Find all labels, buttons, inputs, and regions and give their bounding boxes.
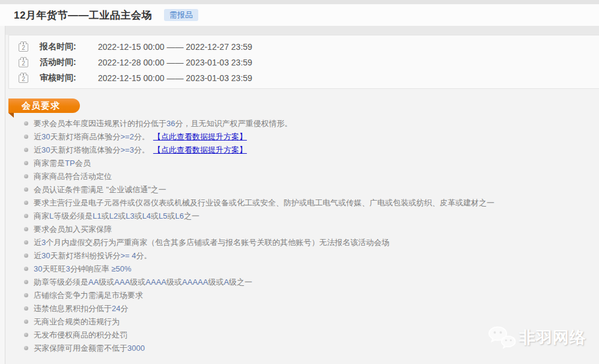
top-strip (0, 0, 599, 4)
calendar-icon: 2 (19, 43, 28, 52)
list-item: 商家需是TP会员 (8, 159, 595, 168)
bullet-icon (24, 253, 28, 258)
left-rail-divider (0, 26, 5, 364)
requirement-text: 30天旺旺3分钟响应率 ≥50% (34, 265, 131, 273)
requirement-text: 要求主营行业是电子元器件或仪器仪表或机械及行业设备或化工或安全、防护或电工电气或… (34, 199, 494, 207)
title-bar-shadow-band (0, 26, 599, 35)
wechat-icon (488, 325, 517, 350)
requirement-text: 要求会员本年度因违规累计的扣分低于36分，且无知识产权严重侵权情形。 (34, 120, 292, 128)
list-item: 勋章等级必须是AA级或AAA级或AAAA级或AAAAA级或A级之一 (8, 278, 595, 287)
status-badge: 需报品 (164, 9, 198, 21)
page-title: 12月年货节——工业品主会场 (14, 8, 152, 22)
bullet-icon (24, 148, 28, 152)
requirement-text: 商家商品符合活动定位 (34, 172, 112, 181)
list-item: 要求主营行业是电子元器件或仪器仪表或机械及行业设备或化工或安全、防护或电工电气或… (8, 199, 595, 207)
requirement-text: 违禁信息累积扣分低于24分 (34, 305, 128, 313)
schedule-row: 2 报名时间: 2022-12-15 00:00 —— 2022-12-27 2… (19, 39, 599, 55)
calendar-icon: 2 (19, 74, 28, 83)
schedule-label: 报名时间: (40, 41, 85, 52)
watermark-text: 非羽网络 (519, 327, 586, 348)
watermark: 非羽网络 (488, 325, 586, 350)
bullet-icon (24, 293, 28, 297)
list-item: 会员认证条件需满足 "企业诚信通"之一 (8, 186, 595, 194)
schedule-row: 2 审核时间: 2022-12-15 00:00 —— 2023-01-03 2… (19, 70, 599, 86)
requirement-text: 近3个月内虚假交易行为严重商家（包含其多店铺或者与报名账号关联的其他账号）无法报… (34, 238, 389, 247)
list-item: 店铺综合竞争力需满足市场要求 (8, 291, 595, 300)
requirement-text: 近30天新灯塔商品体验分>=2分。 (34, 133, 150, 141)
bullet-icon (24, 201, 28, 205)
requirement-text: 买家保障可用金额需不低于3000 (34, 344, 145, 353)
bullet-icon (24, 346, 28, 350)
list-item: 近30天新灯塔物流体验分>=3分。 【点此查看数据提升方案】 (8, 146, 595, 154)
requirement-text: 店铺综合竞争力需满足市场要求 (34, 291, 143, 300)
requirement-text: 商家需是TP会员 (34, 159, 91, 168)
list-item: 商家L等级必须是L1或L2或L3或L4或L5或L6之一 (8, 212, 595, 220)
list-item: 30天旺旺3分钟响应率 ≥50% (8, 265, 595, 273)
list-item: 近3个月内虚假交易行为严重商家（包含其多店铺或者与报名账号关联的其他账号）无法报… (8, 238, 595, 247)
schedule-row: 2 活动时间: 2022-12-28 00:00 —— 2023-01-03 2… (19, 55, 599, 70)
bullet-icon (24, 187, 28, 192)
bullet-icon (24, 333, 28, 337)
schedule-value: 2022-12-15 00:00 —— 2023-01-03 23:59 (98, 73, 252, 83)
requirement-text: 无发布侵权商品的积分处罚 (34, 331, 127, 339)
bullet-icon (24, 240, 28, 244)
data-improvement-link[interactable]: 【点此查看数据提升方案】 (153, 133, 247, 141)
bullet-icon (24, 280, 28, 284)
list-item: 近30天新灯塔商品体验分>=2分。 【点此查看数据提升方案】 (8, 133, 595, 141)
bullet-icon (24, 174, 28, 178)
section-title-ribbon: 会员要求 (8, 99, 80, 113)
data-improvement-link[interactable]: 【点此查看数据提升方案】 (153, 146, 247, 154)
title-bar: 12月年货节——工业品主会场 需报品 (0, 4, 599, 26)
schedule-value: 2022-12-28 00:00 —— 2023-01-03 23:59 (98, 58, 252, 67)
schedule-label: 审核时间: (40, 73, 85, 83)
schedule-box: 2 报名时间: 2022-12-15 00:00 —— 2022-12-27 2… (8, 35, 599, 89)
requirement-text: 会员认证条件需满足 "企业诚信通"之一 (34, 186, 166, 194)
bullet-icon (24, 306, 28, 311)
list-item: 商家商品符合活动定位 (8, 172, 595, 181)
schedule-label: 活动时间: (40, 57, 85, 68)
list-item: 违禁信息累积扣分低于24分 (8, 305, 595, 313)
requirement-text: 商家L等级必须是L1或L2或L3或L4或L5或L6之一 (34, 212, 199, 220)
schedule-value: 2022-12-15 00:00 —— 2022-12-27 23:59 (98, 42, 252, 52)
section-title: 会员要求 (22, 100, 60, 111)
ribbon-fold (8, 113, 14, 118)
list-item: 近30天新灯塔纠纷投诉分>= 4分。 (8, 252, 595, 260)
bullet-icon (24, 121, 28, 126)
list-item: 要求会员加入买家保障 (8, 225, 595, 234)
requirement-text: 近30天新灯塔纠纷投诉分>= 4分。 (34, 252, 152, 260)
bullet-icon (24, 267, 28, 271)
requirement-text: 要求会员加入买家保障 (34, 225, 112, 234)
requirements-list: 要求会员本年度因违规累计的扣分低于36分，且无知识产权严重侵权情形。 近30天新… (8, 120, 595, 357)
bullet-icon (24, 320, 28, 324)
requirement-text: 无商业合规类的违规行为 (34, 318, 120, 326)
requirement-text: 勋章等级必须是AA级或AAA级或AAAA级或AAAAA级或A级之一 (34, 278, 252, 287)
list-item: 要求会员本年度因违规累计的扣分低于36分，且无知识产权严重侵权情形。 (8, 120, 595, 128)
calendar-icon: 2 (19, 59, 28, 67)
bullet-icon (24, 227, 28, 231)
requirement-text: 近30天新灯塔物流体验分>=3分。 (34, 146, 150, 154)
bullet-icon (24, 135, 28, 139)
bullet-icon (24, 214, 28, 218)
schedule-rows: 2 报名时间: 2022-12-15 00:00 —— 2022-12-27 2… (19, 39, 599, 86)
bullet-icon (24, 161, 28, 165)
